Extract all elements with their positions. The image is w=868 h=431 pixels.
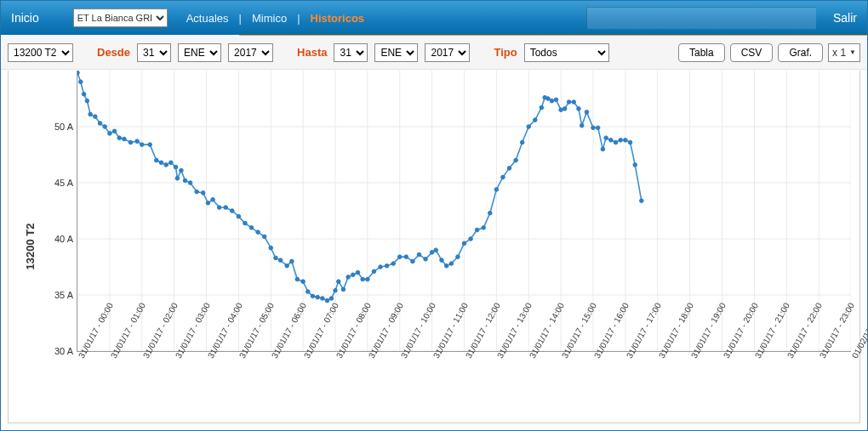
- svg-point-59: [217, 206, 221, 210]
- svg-point-101: [449, 262, 454, 266]
- home-link[interactable]: Inicio: [11, 11, 39, 25]
- svg-point-98: [434, 248, 438, 252]
- svg-point-47: [159, 161, 163, 165]
- svg-point-67: [269, 246, 273, 250]
- series-select[interactable]: 13200 T2: [8, 43, 73, 62]
- svg-point-119: [554, 98, 558, 102]
- svg-point-104: [469, 237, 473, 241]
- svg-point-99: [440, 258, 444, 263]
- svg-point-56: [201, 191, 205, 196]
- svg-point-111: [514, 158, 518, 162]
- desde-day[interactable]: 31: [137, 43, 171, 62]
- hasta-month[interactable]: ENE: [374, 43, 418, 62]
- hasta-year[interactable]: 2017: [425, 43, 470, 62]
- svg-point-72: [295, 277, 300, 281]
- desde-year[interactable]: 2017: [228, 43, 273, 62]
- svg-point-52: [180, 168, 184, 173]
- svg-point-68: [274, 256, 278, 260]
- hasta-label: Hasta: [297, 46, 327, 59]
- svg-point-76: [316, 295, 320, 299]
- svg-point-62: [237, 214, 241, 218]
- svg-point-66: [262, 235, 266, 239]
- svg-point-83: [346, 275, 351, 280]
- svg-point-78: [325, 298, 329, 303]
- svg-point-37: [103, 125, 107, 129]
- svg-point-45: [148, 143, 152, 147]
- svg-point-126: [585, 111, 589, 115]
- svg-point-135: [628, 140, 632, 145]
- svg-point-46: [154, 158, 158, 162]
- zoom-select[interactable]: x 1 ▼: [828, 43, 860, 62]
- svg-point-121: [562, 107, 567, 111]
- svg-point-36: [98, 122, 102, 126]
- svg-point-63: [243, 221, 248, 225]
- svg-point-55: [195, 190, 199, 194]
- svg-point-48: [164, 163, 168, 167]
- svg-point-34: [89, 112, 93, 116]
- exit-link[interactable]: Salir: [833, 11, 857, 25]
- tab-separator: |: [239, 12, 242, 25]
- chevron-down-icon: ▼: [849, 48, 856, 56]
- svg-point-89: [379, 265, 383, 269]
- graf-button[interactable]: Graf.: [778, 43, 823, 62]
- csv-button[interactable]: CSV: [730, 43, 774, 62]
- svg-point-40: [117, 136, 122, 140]
- tab-actuales[interactable]: Actuales: [183, 10, 232, 26]
- tipo-label: Tipo: [494, 46, 517, 59]
- svg-point-41: [123, 137, 127, 141]
- chart-area: 13200 T2 30 A35 A40 A45 A50 A 31/01/17 -…: [8, 71, 860, 423]
- svg-point-91: [391, 262, 396, 266]
- svg-point-129: [601, 147, 605, 151]
- svg-point-122: [567, 100, 571, 105]
- svg-point-124: [577, 107, 581, 111]
- y-axis-label: 13200 T2: [24, 224, 37, 270]
- svg-point-35: [94, 115, 98, 119]
- svg-point-49: [169, 161, 174, 165]
- svg-point-133: [619, 139, 623, 143]
- svg-point-107: [488, 211, 493, 215]
- svg-point-32: [82, 92, 86, 96]
- zoom-value: x 1: [832, 47, 846, 59]
- svg-point-136: [633, 163, 637, 167]
- svg-point-43: [135, 139, 140, 144]
- svg-point-74: [306, 290, 311, 294]
- svg-point-69: [278, 258, 283, 263]
- hasta-day[interactable]: 31: [334, 43, 368, 62]
- svg-point-134: [624, 139, 628, 143]
- svg-point-120: [559, 108, 563, 112]
- svg-point-102: [456, 255, 460, 259]
- svg-point-128: [596, 126, 600, 130]
- search-input[interactable]: [586, 7, 816, 29]
- y-tick: 40 A: [54, 234, 73, 244]
- tab-separator: |: [297, 12, 300, 25]
- svg-point-85: [356, 270, 360, 275]
- svg-point-60: [224, 206, 228, 210]
- station-select[interactable]: ET La Bianca GRI: [73, 9, 168, 27]
- tab-mimico[interactable]: Mimico: [248, 10, 290, 26]
- svg-point-137: [640, 199, 644, 203]
- y-tick: 45 A: [54, 178, 73, 188]
- tipo-select[interactable]: Todos: [524, 43, 609, 62]
- x-ticks: 31/01/17 - 00:0031/01/17 - 01:0031/01/17…: [77, 352, 851, 422]
- tab-historicos[interactable]: Historicos: [307, 10, 368, 26]
- svg-point-50: [174, 165, 178, 169]
- svg-point-108: [494, 188, 499, 192]
- svg-point-103: [462, 241, 466, 246]
- svg-point-112: [520, 140, 524, 145]
- svg-point-54: [188, 181, 192, 185]
- svg-point-44: [140, 143, 144, 147]
- svg-point-92: [397, 255, 402, 259]
- svg-point-42: [128, 140, 133, 145]
- svg-point-113: [527, 125, 531, 129]
- desde-month[interactable]: ENE: [178, 43, 221, 62]
- svg-point-38: [108, 132, 112, 136]
- svg-point-95: [417, 252, 421, 257]
- svg-point-75: [311, 294, 315, 298]
- svg-point-77: [321, 297, 325, 301]
- svg-point-31: [78, 80, 83, 84]
- svg-point-61: [231, 209, 235, 213]
- chart-toolbar: 13200 T2 Desde 31 ENE 2017 Hasta 31 ENE …: [1, 36, 867, 70]
- svg-point-94: [411, 259, 415, 264]
- tabla-button[interactable]: Tabla: [678, 43, 725, 62]
- svg-point-70: [285, 264, 289, 268]
